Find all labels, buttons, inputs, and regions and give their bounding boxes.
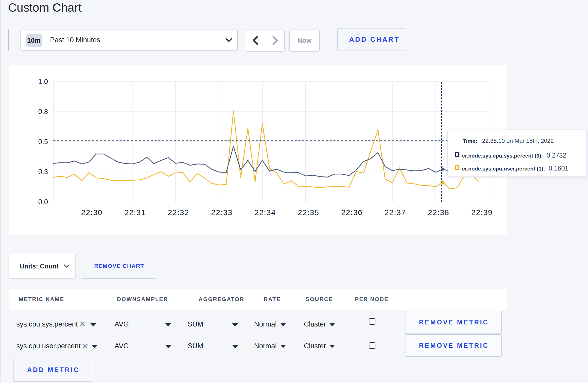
svg-text:22:31: 22:31 [124, 208, 146, 217]
svg-text:22:35: 22:35 [298, 208, 319, 217]
svg-text:22:34: 22:34 [255, 208, 276, 217]
svg-text:0.3: 0.3 [38, 168, 48, 176]
svg-text:22:33: 22:33 [211, 208, 233, 217]
svg-text:22:32: 22:32 [168, 208, 189, 217]
svg-text:22:36: 22:36 [341, 208, 363, 217]
svg-text:0.8: 0.8 [38, 108, 48, 116]
svg-text:1.0: 1.0 [38, 78, 48, 86]
svg-text:22:39: 22:39 [471, 208, 493, 217]
svg-text:22:37: 22:37 [384, 208, 406, 217]
svg-text:0.0: 0.0 [38, 198, 48, 206]
svg-text:0.5: 0.5 [38, 138, 48, 146]
svg-text:22:38: 22:38 [428, 208, 449, 217]
svg-text:22:30: 22:30 [81, 208, 103, 217]
